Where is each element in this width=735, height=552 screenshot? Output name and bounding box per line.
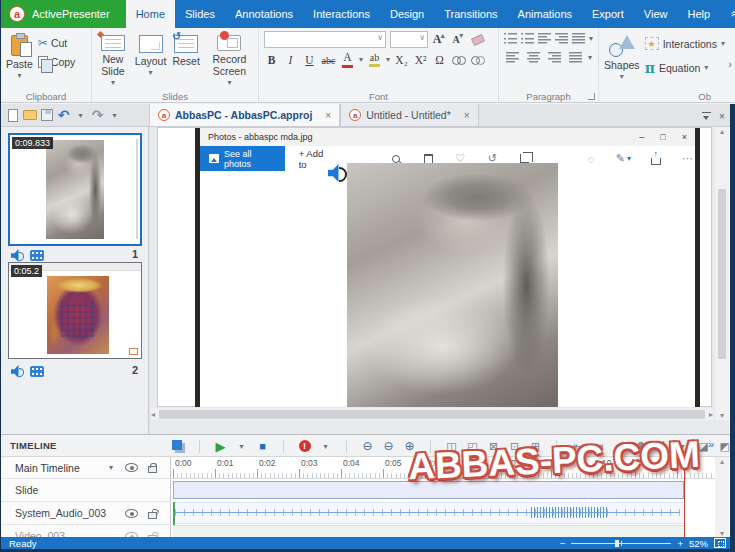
- redo-dropdown[interactable]: ▾: [107, 107, 122, 124]
- playhead[interactable]: [684, 457, 685, 538]
- paste-dropdown[interactable]: ▾: [17, 72, 21, 80]
- crop-range-icon[interactable]: ⊡: [507, 438, 522, 455]
- sep5[interactable]: [549, 438, 564, 455]
- audio-object-icon[interactable]: [328, 164, 346, 182]
- remove-link-button[interactable]: [470, 52, 485, 68]
- save-button[interactable]: [39, 107, 54, 124]
- document-tab[interactable]: a AbbasPC - AbbasPC.approj ×: [149, 104, 340, 126]
- play-dropdown[interactable]: ▾: [234, 438, 249, 455]
- menu-tab[interactable]: Export: [582, 0, 634, 28]
- highlight-button[interactable]: ab: [367, 52, 382, 68]
- shapes-button[interactable]: Shapes ▾: [601, 31, 643, 89]
- volume-dropdown[interactable]: ▾: [675, 438, 690, 455]
- menu-tab[interactable]: Design: [380, 0, 434, 28]
- sep4[interactable]: [423, 438, 438, 455]
- pane-menu-icon[interactable]: [699, 109, 713, 123]
- timeline-scroll-up-icon[interactable]: ▴: [720, 457, 724, 466]
- pane-close-icon[interactable]: ×: [715, 109, 729, 123]
- align-left-button[interactable]: [504, 50, 521, 65]
- timeline-selector[interactable]: Main Timeline: [1, 462, 109, 474]
- scroll-up-icon[interactable]: ▴: [720, 127, 724, 136]
- font-color-button[interactable]: A: [340, 52, 355, 68]
- grow-font-button[interactable]: A▲: [432, 32, 447, 48]
- select-objects-icon[interactable]: [171, 438, 186, 455]
- increase-indent-button[interactable]: [555, 31, 568, 46]
- fit-to-window-icon[interactable]: [714, 538, 726, 548]
- sep3[interactable]: [339, 438, 354, 455]
- slide-track-bar[interactable]: [173, 481, 684, 499]
- cut-range-icon[interactable]: ◫: [444, 438, 459, 455]
- decrease-indent-button[interactable]: [538, 31, 551, 46]
- font-family-select[interactable]: [264, 31, 386, 48]
- collapse-ribbon-icon[interactable]: »: [720, 0, 735, 28]
- menu-tab[interactable]: Home: [126, 0, 175, 28]
- underline-button[interactable]: U: [302, 52, 317, 68]
- reset-button[interactable]: ↺ Reset: [169, 31, 202, 89]
- record-screen-dropdown[interactable]: ▾: [227, 79, 231, 87]
- scroll-left-icon[interactable]: ◂: [151, 410, 155, 419]
- zoom-slider[interactable]: [571, 543, 671, 544]
- timeline-selector-dropdown[interactable]: ▾: [109, 464, 113, 472]
- vertical-spacing-dropdown[interactable]: ▾: [588, 54, 592, 62]
- animations-icon[interactable]: ⚡: [612, 438, 627, 455]
- sep2[interactable]: [276, 438, 291, 455]
- transition-icon[interactable]: [633, 438, 648, 455]
- zoom-in-button[interactable]: +: [677, 538, 683, 549]
- scroll-right-icon[interactable]: ▸: [709, 410, 713, 419]
- timeline-row[interactable]: Slide: [1, 479, 171, 502]
- bold-button[interactable]: B: [264, 52, 279, 68]
- interactions-button[interactable]: ★ Interactions ▾: [643, 35, 727, 52]
- line-spacing-button[interactable]: [572, 31, 585, 46]
- row-visibility-icon[interactable]: [125, 509, 138, 518]
- row-lock-icon[interactable]: [148, 512, 157, 519]
- copy-button[interactable]: Copy: [36, 55, 78, 69]
- cut-button[interactable]: ✂ Cut: [36, 35, 78, 51]
- paragraph-dialog-launcher[interactable]: [588, 93, 595, 100]
- record-dropdown[interactable]: ▾: [318, 438, 333, 455]
- timeline-v-scrollbar[interactable]: ▴ ▾: [715, 457, 729, 538]
- slide-thumbnail-2[interactable]: 0:05.2: [8, 262, 142, 359]
- align-center-button[interactable]: [525, 50, 542, 65]
- open-project-button[interactable]: [22, 107, 37, 124]
- stop-button[interactable]: ■: [255, 438, 270, 455]
- copy-range-icon[interactable]: ◰: [465, 438, 480, 455]
- lock-all-icon[interactable]: [148, 466, 157, 473]
- font-size-select[interactable]: [390, 31, 428, 48]
- delete-range-icon[interactable]: ⊠: [486, 438, 501, 455]
- align-right-button[interactable]: [546, 50, 563, 65]
- timeline-ruler[interactable]: 0:000:010:020:030:040:050:060:070:080:09…: [171, 457, 729, 479]
- range-start-icon[interactable]: ⇤: [570, 438, 585, 455]
- highlight-dropdown[interactable]: ▾: [386, 56, 390, 64]
- document-tab[interactable]: a Untitled - Untitled* ×: [340, 104, 478, 126]
- ribbon-scroll-right-icon[interactable]: ›: [728, 58, 732, 70]
- undo-dropdown[interactable]: ▾: [73, 107, 88, 124]
- menu-tab[interactable]: Slides: [175, 0, 225, 28]
- insert-time-icon[interactable]: ⊞: [528, 438, 543, 455]
- new-slide-button[interactable]: New Slide ▾: [94, 31, 132, 89]
- scroll-down-icon[interactable]: ▾: [720, 411, 724, 420]
- clear-formatting-button[interactable]: [470, 32, 485, 48]
- insert-link-button[interactable]: [451, 52, 466, 68]
- font-color-dropdown[interactable]: ▾: [359, 56, 363, 64]
- canvas-v-scrollbar[interactable]: ▴ ▾: [715, 127, 729, 420]
- close-tab-icon[interactable]: ×: [325, 110, 331, 121]
- layout-button[interactable]: Layout ▾: [132, 31, 170, 89]
- shapes-dropdown[interactable]: ▾: [620, 73, 624, 81]
- menu-tab[interactable]: Annotations: [225, 0, 303, 28]
- close-tab-icon[interactable]: ×: [464, 110, 470, 121]
- symbol-button[interactable]: Ω: [432, 52, 447, 68]
- timeline-overflow-icon[interactable]: »: [708, 438, 714, 450]
- menu-tab[interactable]: Animations: [508, 0, 582, 28]
- undo-button[interactable]: ↶: [56, 107, 71, 124]
- range-end-icon[interactable]: ⇥: [591, 438, 606, 455]
- record-screen-button[interactable]: Record Screen ▾: [203, 31, 256, 89]
- zoom-out-icon[interactable]: ⊖: [381, 438, 396, 455]
- line-spacing-dropdown[interactable]: ▾: [589, 35, 593, 43]
- zoom-in-icon[interactable]: ⊕: [402, 438, 417, 455]
- menu-tab[interactable]: View: [634, 0, 678, 28]
- slide-thumbnail-1[interactable]: 0:09.833: [8, 133, 142, 246]
- volume-icon[interactable]: [654, 438, 669, 455]
- numbered-list-button[interactable]: [504, 31, 517, 46]
- shrink-font-button[interactable]: A▼: [451, 32, 466, 48]
- equation-dropdown[interactable]: ▾: [704, 64, 708, 72]
